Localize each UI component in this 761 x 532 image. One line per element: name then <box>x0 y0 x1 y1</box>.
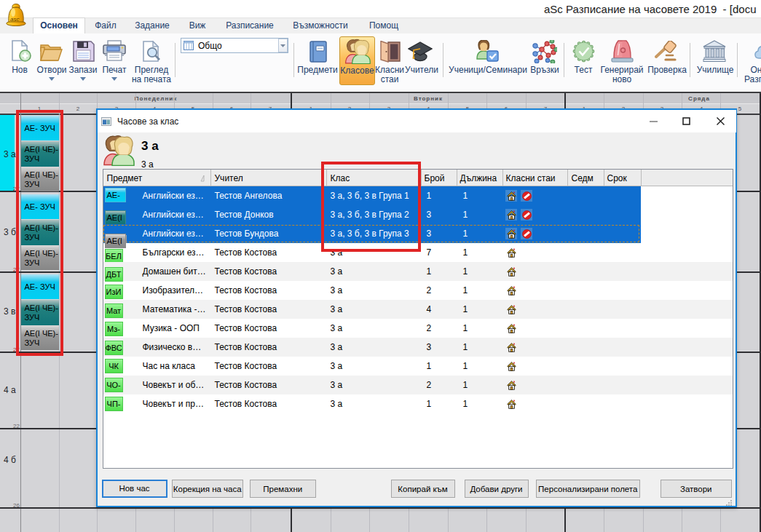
svg-text:asc: asc <box>10 16 19 23</box>
